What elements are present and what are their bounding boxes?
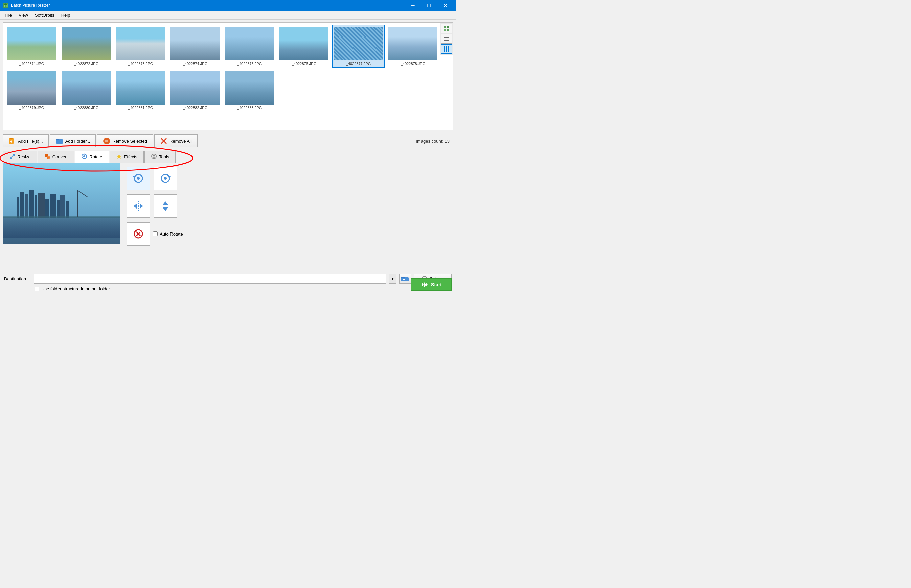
list-item[interactable]: _4022879.JPG (5, 69, 58, 112)
tab-resize[interactable]: Resize (3, 151, 37, 163)
add-files-icon: + (8, 137, 16, 145)
image-label: _4022879.JPG (19, 106, 44, 110)
menu-file[interactable]: File (2, 12, 15, 18)
rotate-left-button[interactable] (126, 166, 150, 190)
large-icons-view-button[interactable] (441, 24, 452, 34)
list-item[interactable]: _4022881.JPG (114, 69, 167, 112)
svg-rect-50 (25, 194, 28, 218)
svg-rect-57 (60, 195, 65, 218)
menu-view[interactable]: View (15, 12, 31, 18)
tab-rotate[interactable]: Rotate (75, 151, 109, 163)
title-bar: Batch Picture Resizer ─ □ ✕ (0, 0, 456, 11)
list-item[interactable]: _4022883.JPG (223, 69, 276, 112)
menu-softorbits[interactable]: SoftOrbits (31, 12, 58, 18)
tab-effects-label: Effects (124, 154, 138, 160)
list-item[interactable]: _4022877.JPG (332, 25, 385, 68)
reset-button[interactable] (126, 222, 150, 246)
tab-resize-label: Resize (17, 154, 31, 160)
flip-horizontal-button[interactable] (126, 194, 150, 218)
svg-rect-10 (444, 40, 449, 41)
svg-marker-70 (134, 204, 137, 209)
remove-all-icon (160, 137, 167, 145)
remove-all-button[interactable]: Remove All (154, 134, 198, 147)
svg-rect-19 (448, 50, 449, 52)
svg-rect-49 (20, 192, 24, 218)
grid-view-button[interactable] (441, 44, 452, 54)
preview-image (3, 163, 120, 244)
svg-marker-73 (163, 201, 168, 205)
tab-rotate-label: Rotate (89, 154, 102, 160)
image-label: _4022880.JPG (74, 106, 99, 110)
svg-rect-13 (448, 46, 449, 48)
bottom-bar: Destination ▼ (0, 271, 456, 294)
start-label: Start (431, 282, 442, 287)
svg-rect-9 (444, 39, 449, 39)
svg-rect-14 (444, 48, 445, 50)
destination-input[interactable] (34, 274, 386, 284)
destination-browse-button[interactable] (399, 274, 411, 284)
image-label: _4022883.JPG (237, 106, 262, 110)
svg-rect-6 (444, 29, 446, 31)
svg-rect-18 (446, 50, 447, 52)
svg-rect-12 (446, 46, 447, 48)
svg-marker-65 (133, 176, 136, 178)
app-icon (3, 2, 9, 8)
resize-tab-icon (9, 153, 15, 160)
svg-rect-58 (66, 201, 69, 218)
start-button[interactable]: Start (411, 278, 452, 291)
list-item[interactable]: _4022878.JPG (386, 25, 439, 68)
list-item[interactable]: _4022873.JPG (114, 25, 167, 68)
image-label: _4022877.JPG (346, 61, 371, 66)
thumbnail (225, 71, 274, 105)
main-toolbar: + Add File(s)... Add Folder... Remov (0, 133, 456, 149)
svg-marker-71 (140, 204, 143, 209)
thumbnail (279, 27, 329, 60)
auto-rotate-checkbox[interactable] (153, 231, 158, 236)
thumbnail (62, 27, 110, 60)
tab-tools-label: Tools (159, 154, 169, 160)
list-item[interactable]: _4022880.JPG (60, 69, 113, 112)
svg-marker-39 (117, 154, 122, 159)
remove-selected-button[interactable]: Remove Selected (97, 134, 153, 147)
use-folder-label: Use folder structure in output folder (41, 286, 110, 291)
menu-help[interactable]: Help (58, 12, 74, 18)
remove-selected-label: Remove Selected (112, 139, 147, 144)
list-item[interactable]: _4022882.JPG (169, 69, 222, 112)
tab-effects[interactable]: Effects (110, 151, 144, 163)
remove-selected-icon (103, 137, 110, 145)
maximize-button[interactable]: □ (421, 0, 437, 11)
list-item[interactable]: _4022871.JPG (5, 25, 58, 68)
list-view-button[interactable] (441, 34, 452, 44)
tools-tab-icon (151, 153, 157, 160)
destination-dropdown-button[interactable]: ▼ (389, 274, 397, 284)
thumbnail (62, 71, 110, 105)
list-item[interactable]: _4022875.JPG (223, 25, 276, 68)
svg-rect-54 (45, 199, 49, 218)
svg-point-64 (137, 177, 140, 180)
list-item[interactable]: _4022874.JPG (169, 25, 222, 68)
svg-rect-4 (444, 26, 446, 28)
thumbnail (7, 71, 56, 105)
image-label: _4022882.JPG (183, 106, 207, 110)
svg-point-37 (83, 155, 85, 157)
svg-point-41 (153, 155, 155, 157)
add-folder-button[interactable]: Add Folder... (50, 134, 96, 147)
image-gallery: _4022871.JPG _4022872.JPG _4022873.JPG _… (3, 22, 453, 131)
tab-tools[interactable]: Tools (144, 151, 175, 163)
bottom-section: Destination ▼ (0, 271, 456, 294)
view-controls (440, 23, 452, 55)
list-item[interactable]: _4022872.JPG (60, 25, 113, 68)
tab-convert-label: Convert (52, 154, 68, 160)
svg-rect-17 (444, 50, 445, 52)
svg-rect-16 (448, 48, 449, 50)
rotate-right-button[interactable] (154, 166, 177, 190)
tab-convert[interactable]: Convert (38, 151, 75, 163)
minimize-button[interactable]: ─ (405, 0, 420, 11)
close-button[interactable]: ✕ (438, 0, 453, 11)
svg-point-67 (164, 177, 167, 180)
content-panel: Auto Rotate (3, 163, 453, 268)
list-item[interactable]: _4022876.JPG (277, 25, 331, 68)
flip-vertical-button[interactable] (154, 194, 177, 218)
add-files-button[interactable]: + Add File(s)... (3, 134, 49, 147)
use-folder-checkbox[interactable] (34, 287, 39, 291)
